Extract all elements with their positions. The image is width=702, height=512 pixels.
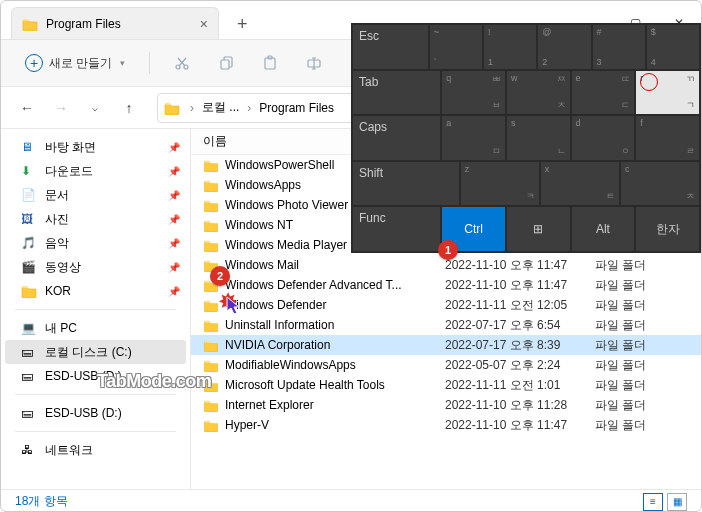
- key-esc[interactable]: Esc: [353, 25, 428, 69]
- key-1[interactable]: !1: [484, 25, 536, 69]
- sidebar-item-thispc[interactable]: 💻내 PC: [1, 316, 190, 340]
- pin-icon: 📌: [168, 238, 180, 249]
- key-4[interactable]: $4: [647, 25, 699, 69]
- file-type: 파일 폴더: [595, 257, 665, 274]
- key-f[interactable]: fㄹ: [636, 116, 699, 160]
- file-row[interactable]: Uninstall Information 2022-07-17 오후 6:54…: [191, 315, 701, 335]
- key-q[interactable]: qㅃㅂ: [442, 71, 505, 115]
- pictures-icon: 🖼: [21, 212, 37, 226]
- window-tab[interactable]: Program Files ×: [11, 7, 219, 39]
- file-row[interactable]: Microsoft Update Health Tools 2022-11-11…: [191, 375, 701, 395]
- sidebar-item-label: KOR: [45, 284, 71, 298]
- file-name: Windows Mail: [225, 258, 445, 272]
- key-shift[interactable]: Shift: [353, 162, 459, 206]
- key-e[interactable]: eㄸㄷ: [572, 71, 635, 115]
- file-row[interactable]: Internet Explorer 2022-11-10 오후 11:28 파일…: [191, 395, 701, 415]
- col-label: 이름: [203, 133, 227, 150]
- sidebar-item-pictures[interactable]: 🖼사진📌: [1, 207, 190, 231]
- cut-icon[interactable]: [164, 47, 200, 79]
- file-date: 2022-05-07 오후 2:24: [445, 357, 595, 374]
- tab-title: Program Files: [46, 17, 200, 31]
- view-details-button[interactable]: ≡: [643, 493, 663, 511]
- key-han: ㄹ: [686, 145, 695, 158]
- sidebar-item-desktop[interactable]: 🖥바탕 화면📌: [1, 135, 190, 159]
- key-x[interactable]: xㅌ: [541, 162, 619, 206]
- file-name: Internet Explorer: [225, 398, 445, 412]
- crumb-programfiles[interactable]: Program Files: [259, 101, 334, 115]
- sidebar-item-network[interactable]: 🖧네트워크: [1, 438, 190, 462]
- music-icon: 🎵: [21, 236, 37, 250]
- rename-icon[interactable]: [296, 47, 332, 79]
- sidebar-item-label: ESD-USB (D:): [45, 406, 122, 420]
- status-bar: 18개 항목 ≡ ▦: [1, 489, 701, 512]
- key-lat: q: [446, 73, 451, 83]
- key-label: Ctrl: [464, 222, 483, 236]
- pin-icon: 📌: [168, 286, 180, 297]
- usb-icon: 🖴: [21, 406, 37, 420]
- sidebar-item-localdisk[interactable]: 🖴로컬 디스크 (C:): [5, 340, 186, 364]
- sidebar-item-downloads[interactable]: ⬇다운로드📌: [1, 159, 190, 183]
- new-button[interactable]: + 새로 만들기 ▾: [15, 50, 135, 76]
- key-caps[interactable]: Caps: [353, 116, 440, 160]
- key-win[interactable]: ⊞: [507, 207, 570, 251]
- pc-icon: 💻: [21, 321, 37, 335]
- sidebar-item-music[interactable]: 🎵음악📌: [1, 231, 190, 255]
- close-tab-icon[interactable]: ×: [200, 16, 208, 32]
- view-grid-button[interactable]: ▦: [667, 493, 687, 511]
- file-type: 파일 폴더: [595, 337, 665, 354]
- file-date: 2022-11-11 오전 12:05: [445, 297, 595, 314]
- separator: [149, 52, 150, 74]
- sidebar-item-videos[interactable]: 🎬동영상📌: [1, 255, 190, 279]
- key-hanja[interactable]: 한자: [636, 207, 699, 251]
- sidebar-item-label: 사진: [45, 211, 69, 228]
- file-row[interactable]: Windows Defender 2022-11-11 오전 12:05 파일 …: [191, 295, 701, 315]
- key-z[interactable]: zㅋ: [461, 162, 539, 206]
- sidebar-item-label: 내 PC: [45, 320, 77, 337]
- download-icon: ⬇: [21, 164, 37, 178]
- file-type: 파일 폴더: [595, 297, 665, 314]
- key-3[interactable]: #3: [593, 25, 645, 69]
- key-lat: a: [446, 118, 451, 128]
- key-label: Func: [359, 211, 386, 225]
- recent-button[interactable]: ⌵: [81, 94, 109, 122]
- file-row[interactable]: Hyper-V 2022-11-10 오후 11:47 파일 폴더: [191, 415, 701, 435]
- copy-icon[interactable]: [208, 47, 244, 79]
- key-tab[interactable]: Tab: [353, 71, 440, 115]
- onscreen-keyboard: Esc ~` !1 @2 #3 $4 Tab qㅃㅂ wㅉㅈ eㄸㄷ rㄲㄱ C…: [351, 23, 701, 253]
- key-han: ㅁ: [492, 145, 501, 158]
- file-row[interactable]: NVIDIA Corporation 2022-07-17 오후 8:39 파일…: [191, 335, 701, 355]
- sidebar-item-documents[interactable]: 📄문서📌: [1, 183, 190, 207]
- folder-icon: [203, 299, 219, 312]
- file-row[interactable]: Windows Defender Advanced T... 2022-11-1…: [191, 275, 701, 295]
- add-tab-button[interactable]: +: [227, 10, 258, 39]
- crumb-localdisk[interactable]: 로컬 ...: [202, 99, 239, 116]
- up-button[interactable]: ↑: [115, 94, 143, 122]
- key-sup: !: [488, 27, 491, 37]
- sidebar-item-kor[interactable]: KOR📌: [1, 279, 190, 303]
- folder-icon: [164, 101, 180, 115]
- file-date: 2022-11-10 오후 11:47: [445, 277, 595, 294]
- file-row[interactable]: ModifiableWindowsApps 2022-05-07 오후 2:24…: [191, 355, 701, 375]
- sidebar-item-esdusb2[interactable]: 🖴ESD-USB (D:): [1, 401, 190, 425]
- separator: [15, 394, 176, 395]
- key-s[interactable]: sㄴ: [507, 116, 570, 160]
- key-func[interactable]: Func: [353, 207, 440, 251]
- chevron-right-icon[interactable]: ›: [190, 101, 194, 115]
- key-alt[interactable]: Alt: [572, 207, 635, 251]
- forward-button[interactable]: →: [47, 94, 75, 122]
- key-backtick[interactable]: ~`: [430, 25, 482, 69]
- file-type: 파일 폴더: [595, 397, 665, 414]
- key-d[interactable]: dㅇ: [572, 116, 635, 160]
- chevron-right-icon[interactable]: ›: [247, 101, 251, 115]
- key-r[interactable]: rㄲㄱ: [636, 71, 699, 115]
- key-c[interactable]: cㅊ: [621, 162, 699, 206]
- back-button[interactable]: ←: [13, 94, 41, 122]
- file-name: NVIDIA Corporation: [225, 338, 445, 352]
- key-a[interactable]: aㅁ: [442, 116, 505, 160]
- key-2[interactable]: @2: [538, 25, 590, 69]
- file-type: 파일 폴더: [595, 277, 665, 294]
- key-w[interactable]: wㅉㅈ: [507, 71, 570, 115]
- key-han: ㅇ: [621, 145, 630, 158]
- paste-icon[interactable]: [252, 47, 288, 79]
- key-label: Tab: [359, 75, 378, 89]
